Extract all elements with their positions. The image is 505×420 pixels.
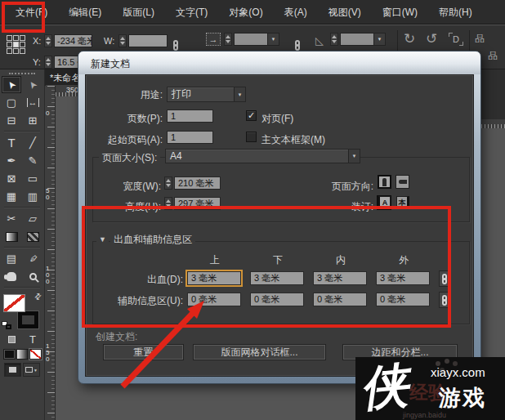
rotate-ccw-icon[interactable]: ↺ (426, 30, 437, 47)
chevron-down-icon[interactable]: ▼ (373, 34, 385, 45)
free-transform-icon: ▱ (29, 212, 37, 225)
scale-x-stepper[interactable] (224, 33, 232, 46)
chevron-down-icon[interactable]: ▼ (267, 34, 279, 45)
w-input[interactable] (128, 34, 168, 47)
panel-grip[interactable] (9, 73, 35, 74)
document-tab[interactable]: *未命名 (50, 72, 80, 84)
hand-tool[interactable] (2, 268, 21, 285)
w-stepper[interactable] (118, 34, 127, 47)
menu-table[interactable]: 表(A) (274, 0, 318, 25)
x-stepper[interactable] (44, 34, 52, 47)
page-tool[interactable]: ▢ (2, 94, 21, 111)
structure-icon[interactable]: 品 (488, 51, 498, 60)
content-placer-tool[interactable]: ⊞ (23, 112, 42, 129)
facing-pages-checkbox[interactable]: ✓ (246, 110, 257, 121)
menu-type[interactable]: 文字(T) (165, 0, 218, 25)
pencil-tool[interactable]: ✎ (23, 152, 42, 169)
formatting-affects-text-button[interactable]: T (23, 331, 42, 348)
x-label: X: (33, 36, 41, 46)
orientation-landscape-button[interactable] (396, 175, 409, 189)
free-transform-tool[interactable]: ▱ (23, 210, 42, 227)
drop-cap-icon[interactable]: D (449, 33, 463, 46)
fill-swatch-none[interactable] (3, 294, 25, 312)
selection-tool[interactable]: ➤ (2, 76, 21, 93)
reference-point-proxy[interactable] (7, 35, 25, 54)
stroke-swatch[interactable] (18, 311, 38, 328)
menu-help[interactable]: 帮助(H) (428, 0, 483, 25)
eyedropper-tool[interactable]: ✑ (23, 250, 42, 267)
rotate-cw-icon[interactable]: ↻ (404, 30, 415, 47)
table-icon: ▦ (7, 190, 16, 203)
note-tool[interactable]: ▤ (2, 250, 21, 267)
preview-mode-button[interactable]: ▼ (23, 363, 40, 377)
start-page-label: 起始页码(A): (86, 133, 163, 147)
direct-selection-tool[interactable]: ➤ (23, 76, 42, 93)
chevron-down-icon[interactable]: ▼ (234, 87, 245, 101)
tools-panel: ➤ ➤ ▢ ↔ ⊟ ⊞ T ╱ ✒ ✎ ⊠ ▭ ▦ ▥ ✂ (0, 69, 45, 420)
table-tool[interactable]: ▦ (2, 188, 21, 205)
normal-view-mode-button[interactable] (4, 363, 21, 377)
layout-grid-dialog-button[interactable]: 版面网格对话框... (194, 345, 325, 360)
width-stepper[interactable] (164, 176, 172, 190)
shear-stepper[interactable] (330, 33, 338, 46)
bleed-section-highlight (82, 206, 451, 328)
gap-tool[interactable]: ↔ (23, 94, 42, 111)
frame-tool[interactable]: ⊠ (2, 170, 21, 187)
scissors-tool[interactable]: ✂ (2, 210, 21, 227)
master-text-frame-checkbox[interactable] (246, 132, 257, 142)
apply-color-button[interactable] (3, 349, 16, 360)
scale-x-select[interactable]: ▼ (234, 33, 279, 46)
start-page-input[interactable]: 1 (167, 131, 213, 144)
pointer-icon: ➤ (4, 78, 18, 91)
chevron-down-icon[interactable]: ▼ (348, 150, 360, 163)
hand-icon (7, 272, 16, 281)
container-icon (8, 336, 16, 343)
usage-label: 用途: (86, 88, 163, 102)
magnifier-icon (29, 273, 37, 280)
y-stepper[interactable] (44, 56, 52, 69)
width-input[interactable]: 210 毫米 (174, 176, 221, 190)
panel-corner (481, 69, 505, 119)
x-input[interactable]: -234 毫米 (54, 34, 92, 47)
reset-button[interactable]: 重置 (104, 345, 183, 360)
structure-icon[interactable]: 品 (475, 34, 485, 43)
menu-window[interactable]: 窗口(W) (372, 0, 428, 25)
watermark-character: 侠 (357, 357, 410, 418)
orientation-portrait-button[interactable] (378, 175, 391, 189)
vertical-ruler: 0 50 100 150 (45, 86, 56, 420)
swap-fill-stroke-icon[interactable]: ⇄ (32, 291, 43, 302)
line-tool[interactable]: ╱ (23, 134, 42, 151)
pages-input[interactable]: 1 (167, 109, 213, 123)
type-tool[interactable]: T (2, 134, 21, 151)
menu-view[interactable]: 视图(V) (318, 0, 372, 25)
menu-layout[interactable]: 版面(L) (112, 0, 165, 25)
rectangle-tool[interactable]: ▭ (23, 170, 42, 187)
gradient-feather-tool[interactable] (23, 228, 42, 245)
watermark-site: xiayx.com (431, 365, 485, 379)
default-fill-stroke-icon[interactable] (2, 321, 11, 329)
shear-icon[interactable]: ◺ (315, 34, 324, 47)
scissors-icon: ✂ (7, 212, 16, 225)
formatting-affects-container-button[interactable] (2, 331, 21, 348)
ruler-value: 150 (46, 343, 52, 363)
shear-select[interactable]: ▼ (340, 33, 386, 46)
page-size-select[interactable]: A4 ▼ (165, 149, 360, 163)
collector-icon: ⊟ (7, 114, 16, 127)
ruler-value: 0 (46, 110, 52, 117)
usage-select[interactable]: 打印 ▼ (167, 87, 246, 102)
chevron-down-icon: ▼ (34, 368, 38, 373)
content-collector-tool[interactable]: ⊟ (2, 112, 21, 129)
menu-edit[interactable]: 编辑(E) (58, 0, 112, 25)
text-format-icon: T (29, 333, 36, 346)
zoom-tool[interactable] (23, 268, 42, 285)
dialog-title-bar[interactable]: 新建文档 (78, 51, 480, 74)
pen-tool[interactable]: ✒ (2, 152, 21, 169)
usage-value: 打印 (172, 87, 191, 101)
orientation-label: 页面方向: (294, 180, 373, 194)
apply-none-button[interactable] (29, 349, 42, 360)
auto-fit-icon[interactable]: → (206, 33, 221, 46)
gradient-tool[interactable] (2, 228, 21, 245)
grid-tool[interactable]: ▥ (23, 188, 42, 205)
apply-gradient-button[interactable] (16, 349, 29, 360)
menu-object[interactable]: 对象(O) (218, 0, 273, 25)
